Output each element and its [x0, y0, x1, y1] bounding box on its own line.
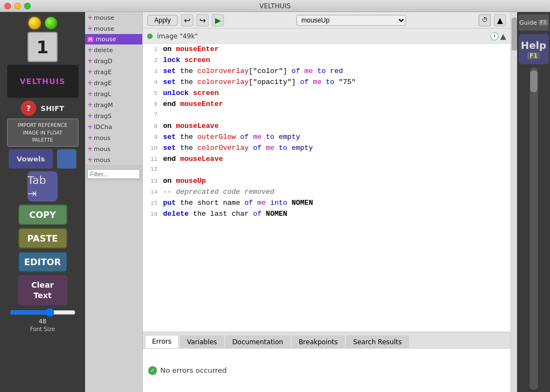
minimize-button[interactable] — [14, 3, 21, 9]
script-item[interactable]: +dragL — [85, 88, 142, 99]
undo-button[interactable]: ↩ — [181, 14, 193, 26]
tab-icon: Tab ⇥ — [27, 173, 58, 200]
handler-info-button[interactable]: ⏱ — [479, 14, 491, 26]
vowels-button[interactable]: Vowels — [9, 149, 53, 169]
run-button[interactable]: ▶ — [212, 14, 224, 26]
line-content[interactable]: end mouseLeave — [162, 154, 510, 165]
line-content[interactable]: put the short name of me into NOMEN — [162, 198, 510, 209]
tab-documentation[interactable]: Documentation — [225, 335, 290, 348]
extra-btn[interactable] — [57, 149, 76, 169]
font-size-slider[interactable] — [10, 308, 76, 317]
script-item[interactable]: +dragM — [85, 99, 142, 110]
editor-header: image "49k" 🕐 ▲ — [143, 29, 510, 44]
import-reference-button[interactable]: IMPORT REFERENCE IMAGE IN FLOAT PALETTE — [7, 119, 78, 147]
object-indicator — [147, 33, 153, 39]
shift-label: SHIFT — [41, 104, 64, 113]
guide-button[interactable]: Guide F7 — [519, 14, 549, 31]
scroll-buttons: 🕐 ▲ — [490, 32, 506, 41]
line-content[interactable]: on mouseUp — [162, 176, 510, 187]
script-item[interactable]: +delete — [85, 44, 142, 55]
line-number: 16 — [143, 210, 162, 219]
filter-bar — [85, 165, 142, 181]
script-item[interactable]: +mouse — [85, 23, 142, 34]
tab-button[interactable]: Tab ⇥ — [27, 171, 58, 201]
font-size-label: 48 — [39, 318, 47, 325]
right-panel-scrollbar[interactable] — [530, 68, 538, 390]
code-line: 15 put the short name of me into NOMEN — [143, 198, 510, 209]
editor-toolbar: Apply ↩ ↪ ▶ mouseUp ⏱ ▲ — [143, 12, 510, 29]
maximize-button[interactable] — [24, 3, 31, 9]
line-content[interactable]: set the coloroverlay["opacity"] of me to… — [162, 77, 510, 88]
tab-breakpoints[interactable]: Breakpoints — [291, 335, 345, 348]
editor-button[interactable]: EDITOR — [18, 251, 68, 272]
right-panel: Guide F7 Help F1 — [517, 12, 550, 392]
line-number: 5 — [143, 89, 162, 98]
line-content[interactable]: end mouseEnter — [162, 99, 510, 110]
tab-variables[interactable]: Variables — [180, 335, 225, 348]
line-content[interactable]: on mouseEnter — [162, 44, 510, 55]
script-item[interactable]: +mous — [85, 154, 142, 165]
scroll-up-button[interactable]: ▲ — [494, 14, 506, 26]
line-number: 9 — [143, 133, 162, 142]
font-size-area: 48 Font Size — [7, 308, 78, 332]
editor-area: Apply ↩ ↪ ▶ mouseUp ⏱ ▲ image "49k" 🕐 ▲ — [143, 12, 510, 392]
no-errors-text: No errors occurred — [160, 366, 227, 374]
code-line: 12 — [143, 165, 510, 176]
success-icon: ✓ — [148, 366, 157, 375]
line-number: 15 — [143, 199, 162, 208]
tab-search-results[interactable]: Search Results — [346, 335, 408, 348]
line-number: 11 — [143, 155, 162, 164]
counter-display: 1 — [27, 32, 58, 62]
line-content[interactable]: set the outerGlow of me to empty — [162, 132, 510, 143]
script-item[interactable]: +mous — [85, 143, 142, 154]
line-content[interactable]: set the colorOverlay of me to empty — [162, 143, 510, 154]
line-number: 4 — [143, 78, 162, 87]
filter-input[interactable] — [87, 169, 140, 179]
script-item[interactable]: Hmouse — [85, 34, 142, 44]
scroll-history-button[interactable]: 🕐 — [490, 32, 499, 41]
collapse-button[interactable]: ▲ — [500, 32, 506, 41]
help-button[interactable]: ? — [21, 100, 36, 116]
editor-scrollbar[interactable] — [510, 12, 517, 392]
line-number: 7 — [143, 110, 162, 119]
bottom-tabs: ErrorsVariablesDocumentationBreakpointsS… — [143, 332, 510, 348]
help-big-button[interactable]: Help F1 — [519, 34, 549, 64]
tab-errors[interactable]: Errors — [145, 335, 179, 348]
line-number: 6 — [143, 100, 162, 109]
line-content[interactable]: set the coloroverlay["color"] of me to r… — [162, 66, 510, 77]
line-number: 10 — [143, 144, 162, 153]
code-lines: 1on mouseEnter2 lock screen3 set the col… — [143, 44, 510, 220]
script-item[interactable]: +IDCha — [85, 121, 142, 132]
copy-button[interactable]: COPY — [18, 204, 68, 225]
code-line: 4 set the coloroverlay["opacity"] of me … — [143, 77, 510, 88]
handler-select[interactable]: mouseUp — [296, 15, 406, 26]
scrollbar-thumb[interactable] — [512, 18, 517, 51]
line-content[interactable]: delete the last char of NOMEN — [162, 209, 510, 220]
line-number: 14 — [143, 188, 162, 197]
paste-button[interactable]: PASTE — [18, 228, 68, 249]
script-item[interactable]: +mouse — [85, 12, 142, 23]
script-item[interactable]: +mous — [85, 132, 142, 143]
close-button[interactable] — [4, 3, 11, 9]
apply-button[interactable]: Apply — [147, 15, 178, 26]
script-item[interactable]: +dragS — [85, 110, 142, 121]
code-line: 3 set the coloroverlay["color"] of me to… — [143, 66, 510, 77]
line-content[interactable]: -- deprecated code removed — [162, 187, 510, 198]
line-content[interactable]: unlock screen — [162, 88, 510, 99]
script-item[interactable]: +dragE — [85, 66, 142, 77]
code-line: 6end mouseEnter — [143, 99, 510, 110]
script-item[interactable]: +dragD — [85, 55, 142, 66]
code-line: 8on mouseLeave — [143, 121, 510, 132]
code-line: 1on mouseEnter — [143, 44, 510, 55]
window-controls — [4, 3, 31, 9]
code-area[interactable]: 1on mouseEnter2 lock screen3 set the col… — [143, 44, 510, 332]
line-content[interactable]: on mouseLeave — [162, 121, 510, 132]
script-item[interactable]: +dragE — [85, 77, 142, 88]
bottom-panel: ✓ No errors occurred — [143, 348, 510, 392]
right-scrollbar-thumb — [530, 70, 537, 92]
app-logo: VELTHUIS — [7, 65, 78, 98]
clear-text-button[interactable]: ClearText — [18, 275, 68, 305]
code-line: 11end mouseLeave — [143, 154, 510, 165]
redo-button[interactable]: ↪ — [197, 14, 209, 26]
line-content[interactable]: lock screen — [162, 55, 510, 66]
